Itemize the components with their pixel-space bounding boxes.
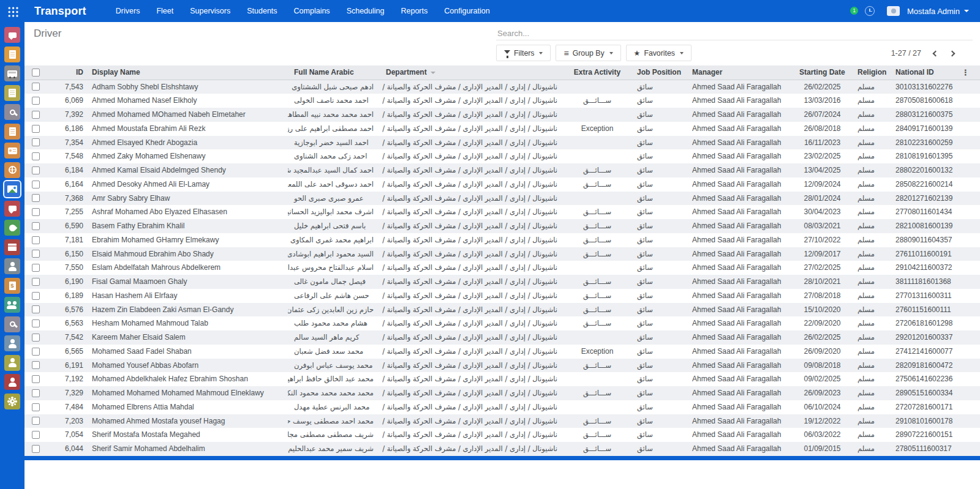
group-by-button[interactable]: ≡ Group By [556,45,620,61]
driver-row[interactable]: 6,590Basem Fathy Ebrahim Khalilباسم فتحى… [24,219,980,233]
driver-row[interactable]: 7,368Amr Sabry Sabry Elhawعمرو صبرى صبرى… [24,192,980,206]
sidebar-app-payroll[interactable] [4,278,20,294]
driver-row[interactable]: 6,186Ahmed Moustafa Ebrahim Ali Rezkاحمد… [24,122,980,136]
sidebar-app-employees[interactable] [4,258,20,274]
sidebar-app-head-hunt[interactable] [4,316,20,332]
column-header-extra-activity[interactable]: Extra Activity [564,65,631,80]
row-checkbox[interactable] [32,264,40,272]
menu-item-fleet[interactable]: Fleet [156,7,173,15]
row-checkbox[interactable] [32,152,40,160]
driver-row[interactable]: 6,563Hesham Mohamed Mahmoud Talabهشام مح… [24,316,980,330]
row-checkbox[interactable] [32,208,40,216]
menu-item-reports[interactable]: Reports [401,7,428,15]
activities-button[interactable] [865,6,875,16]
row-checkbox[interactable] [32,181,40,189]
driver-row[interactable]: 6,164Ahmed Desoky Ahmed Ali El-Lamayاحمد… [24,177,980,192]
column-header-full-name-arabic[interactable]: Full Name Arabic [288,65,380,80]
row-checkbox[interactable] [32,278,40,286]
user-avatar[interactable] [887,6,900,16]
select-all-checkbox[interactable] [32,69,40,77]
sidebar-app-sponsorship[interactable] [4,220,20,236]
column-header-national-id[interactable]: National ID [894,65,956,80]
driver-row[interactable]: 6,184Ahmed Kamal Elsaid Abdelmged Shendy… [24,163,980,177]
driver-row[interactable]: 7,354Ahmed Elsayed Khedr Abogaziaاحمد ال… [24,136,980,150]
row-checkbox[interactable] [32,417,40,425]
optional-columns-button[interactable]: ⋮ [956,65,980,80]
row-checkbox[interactable] [32,431,40,439]
driver-row[interactable]: 6,069Ahmed Mohamed Nasef Elkholyاحمد محم… [24,94,980,108]
sidebar-app-support-chat[interactable] [4,201,20,217]
driver-row[interactable]: 7,543Adham Sobhy Shebl Elshshtawyادهم صب… [24,80,980,94]
row-checkbox[interactable] [32,125,40,133]
column-header-starting-date[interactable]: Starting Date [793,65,851,80]
pager-next-button[interactable] [949,50,956,56]
menu-item-complains[interactable]: Complains [294,7,330,15]
sidebar-app-inventory[interactable] [4,239,20,255]
driver-row[interactable]: 7,484Mohamed Elbrens Attia Mahdalمحمد ال… [24,400,980,414]
sidebar-app-website[interactable] [4,162,20,178]
column-header-manager[interactable]: Manager [686,65,793,80]
row-checkbox[interactable] [32,361,40,369]
user-menu[interactable]: Mostafa Admin [907,7,969,16]
row-checkbox[interactable] [32,194,40,202]
row-checkbox[interactable] [32,97,40,105]
filters-button[interactable]: Filters [496,45,551,61]
driver-row[interactable]: 6,565Mohamed Saad Fadel Shabanمحمد سعد ف… [24,345,980,359]
row-checkbox[interactable] [32,166,40,174]
driver-row[interactable]: 7,181Ebrahim Mohamed GHamry Elmekawyابرا… [24,233,980,247]
row-checkbox[interactable] [32,138,40,146]
row-checkbox[interactable] [32,348,40,356]
column-header-display-name[interactable]: Display Name [86,65,288,80]
sidebar-app-settings[interactable] [4,394,20,409]
row-checkbox[interactable] [32,250,40,258]
column-header-job-position[interactable]: Job Position [631,65,686,80]
row-checkbox[interactable] [32,222,40,230]
driver-row[interactable]: 6,576Hazem Zin Elabdeen Zaki Asman El-Ga… [24,303,980,317]
sidebar-app-messaging[interactable] [4,27,20,43]
menu-item-students[interactable]: Students [247,7,277,15]
driver-row[interactable]: 7,203Mohamed Ahmed Mostafa yousef Hagagم… [24,414,980,428]
driver-row[interactable]: 7,550Eslam Abdelfatah Mahrous Abdelkerem… [24,261,980,275]
driver-row[interactable]: 6,044Sherif Samir Mohamed Abdelhalimشريف… [24,442,980,456]
driver-row[interactable]: 7,329Mohamed Mohamed Mohamed Mahmoud Eln… [24,386,980,400]
row-checkbox[interactable] [32,236,40,244]
row-checkbox[interactable] [32,375,40,383]
sidebar-app-planning[interactable] [4,47,20,62]
driver-row[interactable]: 7,192Mohamed Abdelkhalek Hafez Ebrahim S… [24,372,980,386]
favorites-button[interactable]: ★ Favorites [626,45,692,61]
horizontal-scrollbar[interactable] [24,456,980,460]
menu-item-scheduling[interactable]: Scheduling [347,7,385,15]
driver-row[interactable]: 7,548Ahmed Zaky Mohamed Elshenawyاحمد زك… [24,149,980,163]
driver-row[interactable]: 7,255Ashraf Mohamed Abo Elyazed Elhasase… [24,205,980,219]
driver-row[interactable]: 7,392Ahmed Mohamed MOhamed Nabeh Elmetah… [24,108,980,122]
driver-row[interactable]: 6,150Elsaid Mahmoud Ebrahim Abo Shadyالس… [24,247,980,261]
driver-row[interactable]: 6,191Mohamed Yousef Abbas Abofarnمحمد يو… [24,359,980,373]
sidebar-app-teams[interactable] [4,297,20,313]
sidebar-app-documents[interactable] [4,124,20,140]
row-checkbox[interactable] [32,111,40,119]
column-header-department[interactable]: Department [380,65,564,80]
sidebar-app-checklist[interactable] [4,85,20,101]
driver-row[interactable]: 6,190Fisal Gamal Maamoen Ghalyفيصل جمال … [24,275,980,289]
driver-row[interactable]: 6,189Hasan Hashem Ali Elrfaayحسن هاشم عل… [24,289,980,303]
driver-row[interactable]: 7,054Sherif Mostafa Mostafa Megahedشريف … [24,428,980,442]
row-checkbox[interactable] [32,445,40,453]
row-checkbox[interactable] [32,334,40,342]
row-checkbox[interactable] [32,389,40,397]
sidebar-app-transport[interactable] [4,181,20,197]
row-checkbox[interactable] [32,292,40,300]
apps-menu-button[interactable] [0,0,24,22]
sidebar-app-resignations[interactable] [4,374,20,390]
search-input[interactable] [496,27,973,40]
column-header-religion[interactable]: Religion [851,65,894,80]
row-checkbox[interactable] [32,305,40,313]
pager-prev-button[interactable] [933,50,939,56]
row-checkbox[interactable] [32,83,40,91]
driver-row[interactable]: 7,542Kareem Maher Elsaid Salemكريم ماهر … [24,330,980,345]
app-brand[interactable]: Transport [34,5,86,18]
menu-item-supervisors[interactable]: Supervisors [190,7,230,15]
menu-item-configuration[interactable]: Configuration [444,7,489,15]
row-checkbox[interactable] [32,319,40,327]
sidebar-app-approvals[interactable] [4,355,20,371]
sidebar-app-employee-card[interactable] [4,143,20,159]
